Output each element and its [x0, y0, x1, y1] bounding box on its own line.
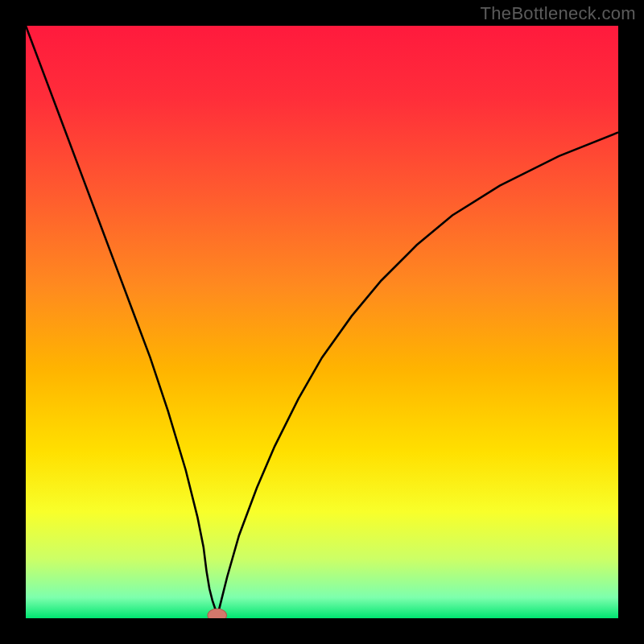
- chart-frame: TheBottleneck.com: [0, 0, 644, 644]
- minimum-marker: [208, 609, 227, 618]
- attribution-label: TheBottleneck.com: [481, 3, 636, 24]
- gradient-background: [26, 26, 618, 618]
- bottleneck-plot: [26, 26, 618, 618]
